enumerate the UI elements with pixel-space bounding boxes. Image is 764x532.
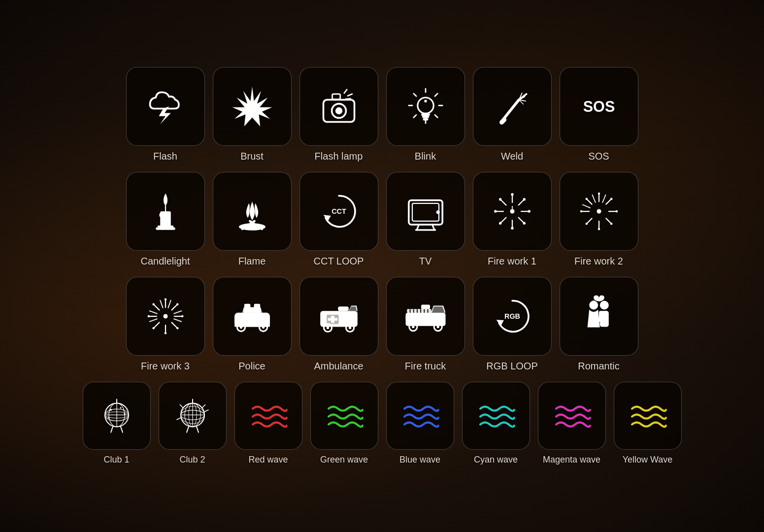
svg-rect-121 xyxy=(328,318,337,321)
row-2: Candlelight Flame xyxy=(83,172,682,267)
flame-icon-box xyxy=(213,172,292,251)
cct-loop-item[interactable]: CCT CCT LOOP xyxy=(299,172,378,267)
firework3-item[interactable]: Fire work 3 xyxy=(126,277,205,372)
blue-wave-icon xyxy=(400,396,440,435)
club2-item[interactable]: Club 2 xyxy=(159,382,227,465)
svg-line-165 xyxy=(111,427,113,432)
svg-line-95 xyxy=(174,319,181,321)
green-wave-item[interactable]: Green wave xyxy=(310,382,378,465)
tv-item[interactable]: TV xyxy=(386,172,465,267)
blue-wave-item[interactable]: Blue wave xyxy=(386,382,454,465)
police-icon-box xyxy=(213,277,292,356)
svg-line-88 xyxy=(153,323,159,329)
brust-icon xyxy=(230,84,274,129)
fire-truck-label: Fire truck xyxy=(405,361,446,372)
svg-line-176 xyxy=(177,418,181,420)
svg-line-18 xyxy=(413,115,416,117)
police-item[interactable]: Police xyxy=(213,277,292,372)
firework2-item[interactable]: Fire work 2 xyxy=(560,172,638,267)
brust-item[interactable]: Brust xyxy=(213,67,292,162)
svg-point-160 xyxy=(110,409,112,411)
sos-item[interactable]: SOS SOS xyxy=(560,67,638,162)
yellow-wave-item[interactable]: Yellow Wave xyxy=(614,382,682,465)
green-wave-icon-box xyxy=(310,382,378,450)
club2-icon-box xyxy=(159,382,227,450)
svg-line-78 xyxy=(592,195,595,202)
cyan-wave-icon-box xyxy=(462,382,530,450)
main-grid: Flash Brust xyxy=(73,52,692,480)
svg-point-72 xyxy=(580,210,582,213)
flame-label: Flame xyxy=(238,256,266,267)
candlelight-item[interactable]: Candlelight xyxy=(126,172,205,267)
candlelight-icon-box xyxy=(126,172,205,251)
svg-rect-138 xyxy=(421,305,430,309)
club2-icon xyxy=(173,396,212,435)
svg-point-71 xyxy=(598,228,600,231)
flash-lamp-label: Flash lamp xyxy=(315,151,363,162)
flash-lamp-item[interactable]: Flash lamp xyxy=(299,67,378,162)
svg-point-104 xyxy=(163,314,167,319)
sos-icon: SOS xyxy=(577,84,621,129)
weld-icon xyxy=(490,84,534,129)
firework1-item[interactable]: Fire work 1 xyxy=(473,172,552,267)
svg-point-61 xyxy=(510,209,514,214)
red-wave-label: Red wave xyxy=(248,455,288,465)
rgb-loop-icon-box: RGB xyxy=(473,277,552,356)
svg-line-91 xyxy=(168,300,170,308)
ambulance-icon xyxy=(317,294,361,338)
svg-rect-117 xyxy=(234,324,270,327)
sos-label: SOS xyxy=(588,151,609,162)
svg-point-162 xyxy=(124,413,125,414)
svg-point-101 xyxy=(176,303,179,305)
cyan-wave-item[interactable]: Cyan wave xyxy=(462,382,530,465)
romantic-item[interactable]: Romantic xyxy=(560,277,638,372)
police-label: Police xyxy=(238,361,265,372)
green-wave-label: Green wave xyxy=(320,455,368,465)
yellow-wave-icon xyxy=(628,396,667,435)
svg-point-102 xyxy=(152,327,155,330)
svg-line-90 xyxy=(160,300,163,308)
ambulance-item[interactable]: Ambulance xyxy=(299,277,378,372)
flash-item[interactable]: Flash xyxy=(126,67,205,162)
svg-line-68 xyxy=(586,218,592,224)
svg-point-53 xyxy=(511,227,513,230)
svg-point-56 xyxy=(499,198,501,200)
red-wave-item[interactable]: Red wave xyxy=(234,382,302,465)
svg-line-180 xyxy=(197,427,199,432)
magenta-wave-item[interactable]: Magenta wave xyxy=(538,382,606,465)
svg-point-163 xyxy=(108,417,109,418)
fire-truck-item[interactable]: Fire truck xyxy=(386,277,465,372)
svg-line-79 xyxy=(602,195,605,202)
blink-item[interactable]: Blink xyxy=(386,67,465,162)
blue-wave-icon-box xyxy=(386,382,454,450)
rgb-loop-item[interactable]: RGB RGB LOOP xyxy=(473,277,552,372)
club1-icon xyxy=(97,396,136,435)
svg-point-55 xyxy=(528,210,530,212)
svg-point-100 xyxy=(152,303,155,305)
cyan-wave-icon xyxy=(476,396,516,435)
magenta-wave-icon-box xyxy=(538,382,606,450)
flame-icon xyxy=(230,189,274,233)
club1-item[interactable]: Club 1 xyxy=(83,382,151,465)
firework2-icon xyxy=(577,189,621,233)
svg-point-59 xyxy=(523,222,525,225)
svg-point-70 xyxy=(598,193,600,195)
svg-line-179 xyxy=(187,427,189,432)
svg-rect-9 xyxy=(421,113,430,116)
svg-rect-10 xyxy=(422,116,429,118)
svg-point-3 xyxy=(335,107,342,114)
flame-item[interactable]: Flame xyxy=(213,172,292,267)
yellow-wave-label: Yellow Wave xyxy=(623,455,673,465)
svg-point-52 xyxy=(511,193,513,196)
cct-loop-icon-box: CCT xyxy=(299,172,378,251)
svg-rect-122 xyxy=(338,306,349,311)
weld-item[interactable]: Weld xyxy=(473,67,552,162)
club1-icon-box xyxy=(83,382,151,450)
red-wave-icon-box xyxy=(234,382,302,450)
row-3: Fire work 3 xyxy=(83,277,682,372)
weld-label: Weld xyxy=(501,151,523,162)
svg-rect-32 xyxy=(157,226,173,228)
svg-line-6 xyxy=(348,94,352,96)
row-4: Club 1 xyxy=(83,382,682,465)
svg-text:SOS: SOS xyxy=(583,98,615,115)
